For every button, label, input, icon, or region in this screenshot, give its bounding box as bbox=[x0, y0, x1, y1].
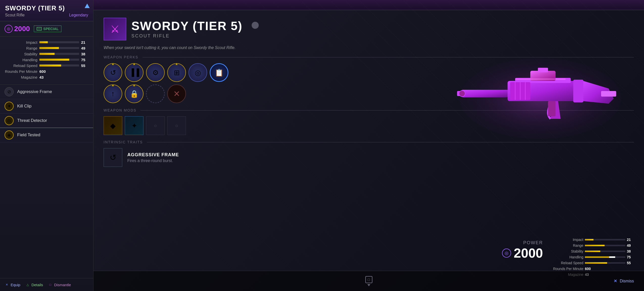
perk-bubble-icon-3: ⚙ bbox=[152, 69, 159, 77]
stat-rpm-label: Rounds Per Minute bbox=[5, 69, 37, 74]
perk-bubble-2[interactable]: ▲ ▐▐ bbox=[125, 63, 144, 82]
perk-bubble-6[interactable]: 📋 bbox=[210, 63, 228, 82]
mod-box-3[interactable]: ○ bbox=[146, 116, 165, 135]
right-stat-handling-bar bbox=[585, 256, 625, 258]
dismiss-button[interactable]: ✕ Dismiss bbox=[613, 279, 634, 284]
svg-rect-7 bbox=[573, 80, 583, 102]
stat-handling-fill bbox=[39, 59, 69, 61]
mod-box-4[interactable]: ○ bbox=[167, 116, 186, 135]
weapon-detail-header: ⚔ SWORDY (TIER 5) SCOUT RIFLE bbox=[93, 10, 644, 46]
left-header: SWORDY (TIER 5) Scout Rifle Legendary bbox=[0, 0, 93, 21]
weapon-type-left: Scout Rifle bbox=[5, 13, 25, 17]
weapon-status-dot bbox=[252, 22, 259, 29]
mod-icon-4: ○ bbox=[175, 123, 178, 129]
equip-button[interactable]: ✕ Equip bbox=[5, 282, 20, 287]
power-label: POWER bbox=[502, 240, 543, 245]
right-stat-impact: Impact 21 bbox=[553, 238, 634, 242]
intrinsic-icon-box: ↺ bbox=[104, 148, 122, 167]
right-stat-handling-fill bbox=[585, 256, 615, 258]
right-stat-reload-bar bbox=[585, 262, 625, 264]
dismiss-x-icon: ✕ bbox=[613, 279, 618, 284]
stat-magazine: Magazine 43 bbox=[5, 75, 89, 79]
perk-arrow-4: ▲ bbox=[175, 62, 178, 66]
svg-rect-17 bbox=[515, 78, 566, 80]
weapon-title-block: SWORDY (TIER 5) SCOUT RIFLE bbox=[131, 19, 243, 39]
perk-aggressive-frame[interactable]: ⊘ Aggressive Frame bbox=[0, 85, 93, 99]
stat-impact-value: 21 bbox=[81, 40, 89, 44]
perk-field-tested-icon: ◈ bbox=[5, 130, 14, 140]
stat-stability-label: Stability bbox=[5, 52, 37, 56]
details-button[interactable]: △ Details bbox=[25, 282, 43, 287]
perk-bubble-9 bbox=[146, 84, 165, 103]
power-icon: ◎ bbox=[502, 249, 511, 258]
equip-label: Equip bbox=[11, 283, 20, 287]
weapon-perks-label: WEAPON PERKS bbox=[104, 55, 138, 59]
perk-field-tested[interactable]: ◈ Field Tested bbox=[0, 128, 93, 142]
right-stat-rpm: Rounds Per Minute 600 bbox=[553, 267, 634, 271]
right-stat-reload-fill bbox=[585, 262, 607, 264]
stat-rpm: Rounds Per Minute 600 bbox=[5, 69, 89, 74]
weapon-icon-box: ⚔ bbox=[104, 18, 126, 40]
stat-impact-label: Impact bbox=[5, 40, 37, 44]
perk-bubble-3[interactable]: ⚙ bbox=[146, 63, 165, 82]
perk-threat-detector[interactable]: ◎ Threat Detector bbox=[0, 114, 93, 128]
stat-impact-fill bbox=[39, 41, 48, 43]
main-panel: ⚔ SWORDY (TIER 5) SCOUT RIFLE When your … bbox=[93, 0, 644, 291]
stat-handling-bar bbox=[39, 59, 79, 61]
perk-arrow-1: ▲ bbox=[111, 62, 115, 66]
mod-box-1[interactable]: ◆ bbox=[104, 116, 122, 135]
stat-magazine-value: 43 bbox=[39, 75, 44, 79]
mod-icon-2: ✦ bbox=[131, 122, 137, 130]
perk-bubble-4[interactable]: ▲ ⊞ bbox=[167, 63, 186, 82]
right-stat-range-fill bbox=[585, 245, 605, 246]
perk-kill-clip[interactable]: ✦ Kill Clip bbox=[0, 99, 93, 114]
right-stat-range-bar bbox=[585, 245, 625, 246]
details-label: Details bbox=[31, 283, 43, 287]
dismantle-button[interactable]: □ Dismantle bbox=[48, 282, 71, 287]
perk-arrow-7: ▲ bbox=[111, 83, 115, 87]
stat-impact: Impact 21 bbox=[5, 40, 89, 44]
perk-arrow-2: ▲ bbox=[132, 62, 136, 66]
perks-grid: ▲ ↺ ▲ ▐▐ ⚙ ▲ ⊞ ◎ 📋 ▲ ↑ ▲ 🔒 bbox=[93, 63, 255, 108]
right-stat-stability-fill bbox=[585, 251, 600, 252]
intrinsic-traits-label: INTRINSIC TRAITS bbox=[104, 140, 143, 144]
stat-stability-value: 38 bbox=[81, 52, 89, 56]
right-stat-stability-label: Stability bbox=[553, 249, 583, 253]
glimmer-icon: ◎ bbox=[5, 25, 13, 33]
perk-bubble-8[interactable]: ▲ 🔒 bbox=[125, 84, 144, 103]
perk-bubble-7[interactable]: ▲ ↑ bbox=[104, 84, 122, 103]
right-stat-stability: Stability 38 bbox=[553, 249, 634, 253]
perk-bubble-10[interactable]: ✕ bbox=[167, 84, 186, 103]
right-stat-range-value: 49 bbox=[627, 243, 634, 248]
special-badge: SPECIAL bbox=[34, 26, 61, 32]
perk-bubble-1[interactable]: ▲ ↺ bbox=[104, 63, 122, 82]
perk-aggressive-frame-label: Aggressive Frame bbox=[17, 89, 52, 94]
dismiss-label: Dismiss bbox=[620, 279, 634, 283]
right-stat-reload-value: 55 bbox=[627, 261, 634, 265]
mod-box-2[interactable]: ✦ bbox=[125, 116, 144, 135]
rarity-label: Legendary bbox=[69, 13, 88, 17]
stat-handling: Handling 75 bbox=[5, 58, 89, 62]
stat-stability-fill bbox=[39, 53, 55, 55]
perk-field-tested-label: Field Tested bbox=[17, 132, 40, 138]
stat-magazine-label: Magazine bbox=[5, 75, 37, 79]
perk-bubble-icon-7: ↑ bbox=[111, 90, 115, 98]
perk-bubble-icon-5: ◎ bbox=[195, 69, 201, 77]
stat-rpm-value: 600 bbox=[39, 69, 46, 74]
perk-threat-detector-label: Threat Detector bbox=[17, 118, 47, 123]
glimmer-cost: ◎ 2000 bbox=[5, 25, 30, 33]
stat-range-value: 49 bbox=[81, 46, 89, 50]
stat-range-label: Range bbox=[5, 46, 37, 50]
perk-bubble-5[interactable]: ◎ bbox=[188, 63, 207, 82]
perk-bubble-icon-4: ⊞ bbox=[174, 69, 180, 77]
perk-arrow-8: ▲ bbox=[132, 83, 136, 87]
power-value-row: ◎ 2000 bbox=[502, 245, 543, 261]
right-stat-rpm-label: Rounds Per Minute bbox=[553, 267, 583, 271]
intrinsic-section: ↺ AGGRESSIVE FRAME Fires a three-round b… bbox=[93, 148, 644, 172]
destiny-logo-icon bbox=[85, 4, 90, 8]
power-section: POWER ◎ 2000 bbox=[502, 240, 543, 261]
right-stat-impact-fill bbox=[585, 239, 593, 240]
weapon-type-row: Scout Rifle Legendary bbox=[5, 13, 88, 17]
right-stat-stability-value: 38 bbox=[627, 249, 634, 253]
stat-reload-value: 55 bbox=[81, 63, 89, 68]
